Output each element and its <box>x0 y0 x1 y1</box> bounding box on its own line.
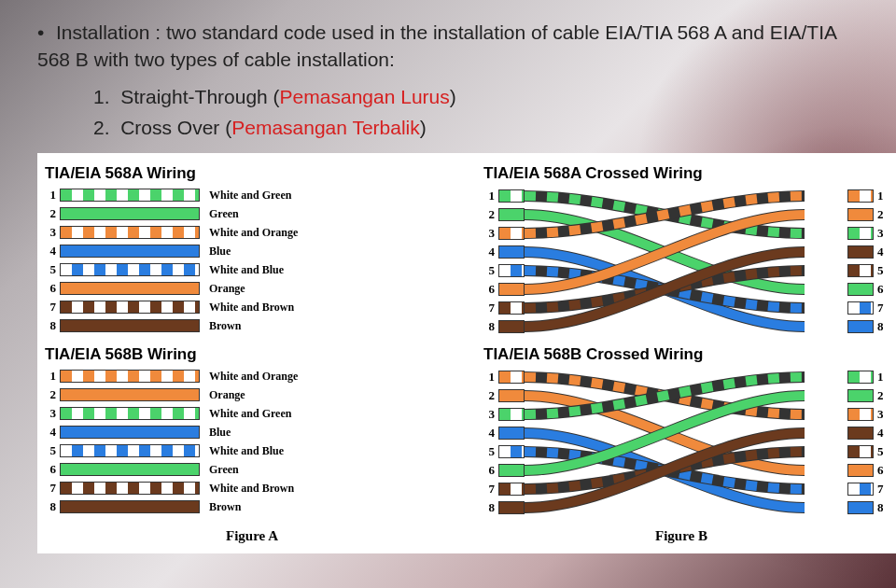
intro-text: Installation : two standard code used in… <box>37 21 836 70</box>
pin-number: 4 <box>43 244 56 259</box>
wire-s-green <box>60 407 200 420</box>
wire-stub <box>498 445 525 458</box>
wire-s-brown <box>60 482 200 495</box>
pin-number: 4 <box>43 425 56 440</box>
wire-s-orange <box>60 226 200 239</box>
wire-row: 6Green <box>43 461 452 479</box>
wire-stub <box>847 301 874 315</box>
pin-number: 3 <box>43 225 56 240</box>
wire-stub <box>498 320 525 333</box>
wire-stub <box>847 464 874 477</box>
wire-stub <box>847 371 874 384</box>
wire-stub <box>847 227 874 240</box>
cross-pin-right: 6 <box>847 462 890 480</box>
cross-connections <box>525 187 805 336</box>
wire-row: 8Brown <box>43 317 452 335</box>
panel-title: TIA/EIA 568B Crossed Wiring <box>483 345 890 364</box>
wire-stub <box>847 427 874 440</box>
wire-stub <box>498 283 525 296</box>
pin-number: 8 <box>43 499 56 514</box>
pin-number: 1 <box>43 369 56 384</box>
wire-label: White and Brown <box>209 301 294 315</box>
cross-pin-left: 7 <box>482 300 525 317</box>
figure-a-caption: Figure A <box>37 528 467 544</box>
wire-c-brown <box>60 500 200 513</box>
wire-stub <box>847 501 874 514</box>
cross-pin-left: 6 <box>482 462 525 480</box>
cross-pin-right: 1 <box>847 369 890 386</box>
list-item-2: 2. Cross Over (Pemasangan Terbalik) <box>93 112 859 144</box>
slide-content: •Installation : two standard code used i… <box>0 0 896 572</box>
wire-s-green <box>60 189 200 202</box>
intro-bullet: •Installation : two standard code used i… <box>37 19 859 74</box>
wire-c-blue <box>60 245 200 258</box>
panel-title: TIA/EIA 568B Wiring <box>45 345 452 364</box>
wire-label: White and Green <box>209 407 291 421</box>
list-item-1: 1. Straight-Through (Pemasangan Lurus) <box>93 81 859 113</box>
cross-pin-left: 5 <box>482 443 525 461</box>
wire-row: 2Orange <box>43 386 452 404</box>
cross-pin-left: 2 <box>482 387 525 405</box>
cross-pin-right: 5 <box>847 262 890 280</box>
wire-row: 3White and Orange <box>43 224 452 242</box>
cross-pin-left: 2 <box>482 206 525 224</box>
wire-stub <box>847 483 874 496</box>
wire-s-brown <box>60 301 200 314</box>
wire-row: 4Blue <box>43 424 452 441</box>
figure-b-caption: Figure B <box>467 528 896 544</box>
wire-label: Orange <box>209 388 245 402</box>
wire-label: Green <box>209 463 239 477</box>
pin-number: 5 <box>43 443 56 458</box>
cross-pin-left: 6 <box>482 281 525 299</box>
wire-label: White and Green <box>209 189 291 203</box>
cross-pin-right: 5 <box>847 443 890 461</box>
wire-stub <box>847 189 874 203</box>
pin-number: 3 <box>43 406 56 421</box>
wire-stub <box>847 445 874 458</box>
panel-568a-crossed: TIA/EIA 568A Crossed Wiring 123456781234… <box>476 161 896 338</box>
pin-number: 5 <box>43 262 56 277</box>
wire-label: Orange <box>209 282 245 296</box>
wire-c-orange <box>60 282 200 295</box>
wire-label: Brown <box>209 319 241 333</box>
cross-pin-right: 7 <box>847 481 890 498</box>
wire-row: 7White and Brown <box>43 480 452 497</box>
wire-stub <box>498 208 525 221</box>
wire-label: White and Orange <box>209 370 298 384</box>
wire-stub <box>498 389 525 402</box>
cross-pin-right: 3 <box>847 406 890 424</box>
cross-pin-left: 5 <box>482 262 525 280</box>
panel-title: TIA/EIA 568A Crossed Wiring <box>483 164 890 183</box>
wire-label: Green <box>209 207 239 221</box>
cross-pin-right: 8 <box>847 499 890 517</box>
cross-pin-left: 8 <box>482 499 525 517</box>
panel-title: TIA/EIA 568A Wiring <box>45 164 452 183</box>
cross-pin-right: 2 <box>847 206 890 224</box>
pin-number: 7 <box>43 481 56 496</box>
wire-label: Blue <box>209 426 231 440</box>
pin-number: 8 <box>43 318 56 333</box>
wire-row: 2Green <box>43 205 452 223</box>
cross-pin-left: 4 <box>482 425 525 442</box>
cross-pin-left: 1 <box>482 369 525 386</box>
wire-c-brown <box>60 319 200 332</box>
pin-number: 6 <box>43 281 56 296</box>
sub-list: 1. Straight-Through (Pemasangan Lurus) 2… <box>93 81 859 144</box>
wire-stub <box>847 320 874 333</box>
wire-stub <box>498 371 525 384</box>
wire-row: 4Blue <box>43 243 452 260</box>
pin-number: 1 <box>43 188 56 203</box>
cross-pin-right: 4 <box>847 425 890 442</box>
cross-pin-right: 6 <box>847 281 890 299</box>
pin-number: 7 <box>43 300 56 315</box>
cross-pin-right: 4 <box>847 244 890 261</box>
wire-row: 3White and Green <box>43 405 452 423</box>
wire-list-a: 1White and Green2Green3White and Orange4… <box>43 187 452 335</box>
panel-568a: TIA/EIA 568A Wiring 1White and Green2Gre… <box>37 161 457 338</box>
cross-pin-left: 4 <box>482 244 525 261</box>
wire-stub <box>498 301 525 315</box>
wiring-diagram: TIA/EIA 568A Wiring 1White and Green2Gre… <box>37 153 896 553</box>
cross-pin-left: 1 <box>482 188 525 205</box>
wire-stub <box>498 464 525 477</box>
wire-stub <box>498 189 525 203</box>
